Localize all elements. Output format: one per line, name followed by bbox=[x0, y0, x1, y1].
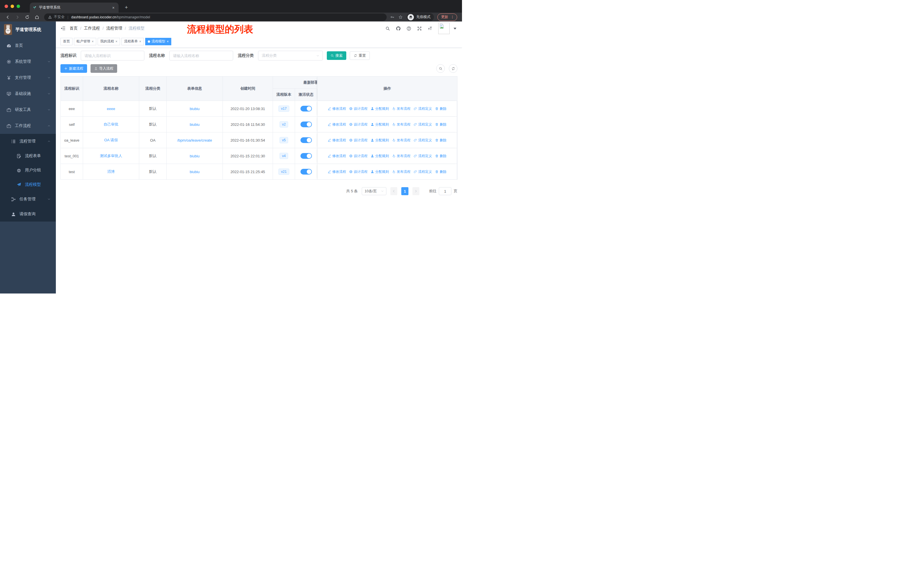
update-button[interactable]: 更新 bbox=[437, 13, 457, 21]
github-icon[interactable] bbox=[396, 26, 401, 31]
breadcrumb-home[interactable]: 首页 bbox=[69, 26, 78, 31]
action-delete-link[interactable]: 删除 bbox=[435, 106, 447, 111]
process-name-link[interactable]: 自己审批 bbox=[104, 122, 119, 127]
refresh-table-button[interactable] bbox=[449, 64, 457, 73]
sidebar-item-leave-query[interactable]: 请假查询 bbox=[0, 207, 56, 222]
active-toggle[interactable] bbox=[300, 169, 312, 175]
sidebar-item-task-mgmt[interactable]: 任务管理 bbox=[0, 192, 56, 207]
next-page-button[interactable] bbox=[412, 187, 419, 195]
new-tab-button[interactable]: + bbox=[122, 4, 130, 11]
current-page-button[interactable]: 1 bbox=[401, 187, 408, 195]
action-design-link[interactable]: 设计流程 bbox=[349, 106, 368, 111]
forward-icon[interactable] bbox=[15, 15, 20, 20]
action-assign-link[interactable]: 分配规则 bbox=[371, 106, 389, 111]
sidebar-item-infra[interactable]: 基础设施 bbox=[0, 86, 56, 102]
import-process-button[interactable]: 导入流程 bbox=[91, 64, 117, 73]
password-key-icon[interactable] bbox=[390, 15, 394, 19]
page-size-select[interactable]: 10条/页 bbox=[362, 187, 386, 195]
process-name-link[interactable]: eeee bbox=[107, 107, 115, 111]
maximize-window-button[interactable] bbox=[16, 5, 20, 8]
reload-icon[interactable] bbox=[25, 15, 30, 20]
active-toggle[interactable] bbox=[300, 106, 312, 111]
bookmark-star-icon[interactable] bbox=[398, 15, 403, 19]
process-name-link[interactable]: OA 请假 bbox=[104, 137, 118, 143]
sidebar-item-system[interactable]: 系统管理 bbox=[0, 54, 56, 69]
action-assign-link[interactable]: 分配规则 bbox=[371, 138, 389, 143]
active-toggle[interactable] bbox=[300, 122, 312, 127]
action-design-link[interactable]: 设计流程 bbox=[349, 138, 368, 143]
header-search-icon[interactable] bbox=[385, 26, 390, 31]
goto-page-input[interactable] bbox=[439, 187, 451, 195]
action-design-link[interactable]: 设计流程 bbox=[349, 122, 368, 127]
form-info-link[interactable]: biubiu bbox=[190, 107, 200, 111]
close-icon[interactable]: × bbox=[139, 40, 141, 43]
tag-process-model[interactable]: 流程模型 × bbox=[145, 38, 171, 45]
action-design-link[interactable]: 设计流程 bbox=[349, 154, 368, 159]
form-info-link[interactable]: biubiu bbox=[190, 154, 200, 158]
fullscreen-icon[interactable] bbox=[417, 26, 422, 31]
action-edit-link[interactable]: 修改流程 bbox=[328, 106, 346, 111]
sidebar-item-process-mgmt[interactable]: 流程管理 bbox=[0, 134, 56, 149]
action-edit-link[interactable]: 修改流程 bbox=[328, 138, 346, 143]
form-info-link[interactable]: biubiu bbox=[190, 122, 200, 127]
prev-page-button[interactable] bbox=[390, 187, 397, 195]
font-size-icon[interactable] bbox=[427, 26, 432, 31]
sidebar-item-process-form[interactable]: 流程表单 bbox=[0, 149, 56, 163]
menu-dots-icon[interactable] bbox=[450, 15, 454, 19]
action-design-link[interactable]: 设计流程 bbox=[349, 169, 368, 174]
action-publish-link[interactable]: 发布流程 bbox=[392, 106, 411, 111]
search-button[interactable]: 搜索 bbox=[327, 51, 346, 60]
tag-my-process[interactable]: 我的流程 × bbox=[98, 38, 120, 45]
breadcrumb-workflow[interactable]: 工作流程 bbox=[84, 26, 100, 31]
process-name-input[interactable] bbox=[169, 51, 233, 61]
home-icon[interactable] bbox=[35, 15, 39, 20]
form-info-link[interactable]: /bpm/oa/leave/create bbox=[177, 138, 212, 142]
action-publish-link[interactable]: 发布流程 bbox=[392, 154, 411, 159]
action-assign-link[interactable]: 分配规则 bbox=[371, 169, 389, 174]
form-info-link[interactable]: biubiu bbox=[190, 170, 200, 174]
action-publish-link[interactable]: 发布流程 bbox=[392, 122, 411, 127]
tab-close-icon[interactable]: × bbox=[111, 5, 116, 10]
close-icon[interactable]: × bbox=[92, 40, 94, 43]
action-publish-link[interactable]: 发布流程 bbox=[392, 138, 411, 143]
tag-process-form[interactable]: 流程表单 × bbox=[121, 38, 144, 45]
minimize-window-button[interactable] bbox=[11, 5, 14, 8]
action-publish-link[interactable]: 发布流程 bbox=[392, 169, 411, 174]
category-select[interactable]: 流程分类 bbox=[258, 51, 323, 61]
action-definition-link[interactable]: 流程定义 bbox=[414, 169, 432, 174]
sidebar-item-user-group[interactable]: 用户分组 bbox=[0, 163, 56, 177]
action-definition-link[interactable]: 流程定义 bbox=[414, 106, 432, 111]
action-assign-link[interactable]: 分配规则 bbox=[371, 122, 389, 127]
sidebar-item-payment[interactable]: 支付管理 bbox=[0, 69, 56, 86]
process-name-link[interactable]: 测试多审批人 bbox=[100, 153, 122, 159]
action-delete-link[interactable]: 删除 bbox=[435, 154, 447, 159]
action-delete-link[interactable]: 删除 bbox=[435, 169, 447, 174]
action-delete-link[interactable]: 删除 bbox=[435, 122, 447, 127]
help-icon[interactable] bbox=[406, 26, 411, 31]
active-toggle[interactable] bbox=[300, 153, 312, 159]
active-toggle[interactable] bbox=[300, 137, 312, 143]
action-edit-link[interactable]: 修改流程 bbox=[328, 122, 346, 127]
action-definition-link[interactable]: 流程定义 bbox=[414, 122, 432, 127]
back-icon[interactable] bbox=[5, 15, 10, 20]
reset-button[interactable]: 重置 bbox=[350, 51, 370, 60]
action-edit-link[interactable]: 修改流程 bbox=[328, 154, 346, 159]
action-assign-link[interactable]: 分配规则 bbox=[371, 154, 389, 159]
sidebar-item-devtools[interactable]: 研发工具 bbox=[0, 102, 56, 118]
close-icon[interactable]: × bbox=[167, 40, 169, 43]
user-avatar[interactable] bbox=[438, 23, 450, 34]
address-bar[interactable]: 不安全 | dashboard.yudao.iocoder.cn/bpm/man… bbox=[44, 13, 387, 21]
close-window-button[interactable] bbox=[5, 5, 8, 8]
breadcrumb-process-mgmt[interactable]: 流程管理 bbox=[106, 26, 122, 31]
process-name-link[interactable]: 滔博 bbox=[107, 169, 115, 174]
tag-tenant[interactable]: 租户管理 × bbox=[74, 38, 96, 45]
action-definition-link[interactable]: 流程定义 bbox=[414, 154, 432, 159]
create-process-button[interactable]: 新建流程 bbox=[60, 64, 87, 73]
sidebar-item-home[interactable]: 首页 bbox=[0, 38, 56, 54]
browser-tab[interactable]: 芋道管理系统 × bbox=[30, 3, 119, 13]
sidebar-item-process-model[interactable]: 流程模型 bbox=[0, 177, 56, 192]
sidebar-fold-icon[interactable] bbox=[60, 26, 66, 31]
sidebar-item-workflow[interactable]: 工作流程 bbox=[0, 118, 56, 134]
action-definition-link[interactable]: 流程定义 bbox=[414, 138, 432, 143]
toggle-search-button[interactable] bbox=[436, 64, 445, 73]
